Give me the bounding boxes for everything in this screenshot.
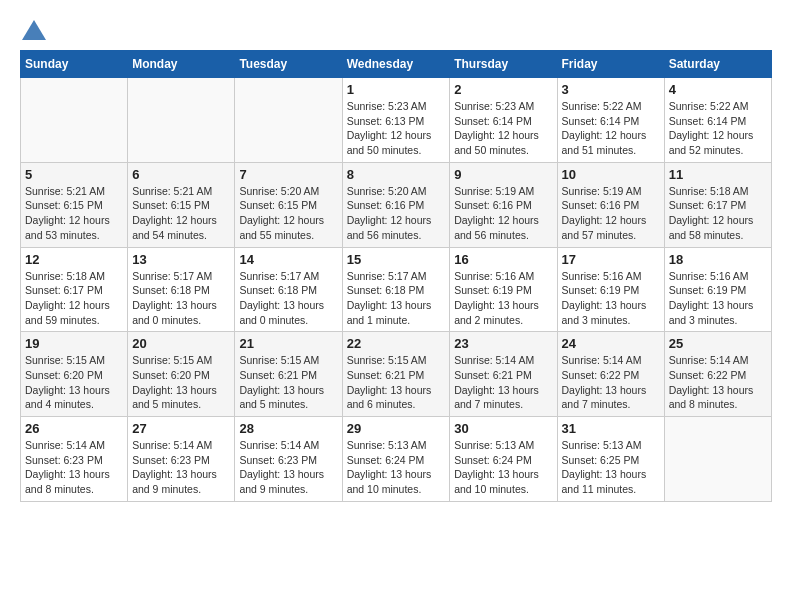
day-number: 14 — [239, 252, 337, 267]
calendar-cell — [664, 417, 771, 502]
calendar-cell: 6Sunrise: 5:21 AM Sunset: 6:15 PM Daylig… — [128, 162, 235, 247]
day-number: 2 — [454, 82, 552, 97]
day-number: 31 — [562, 421, 660, 436]
day-info: Sunrise: 5:19 AM Sunset: 6:16 PM Dayligh… — [562, 184, 660, 243]
day-info: Sunrise: 5:22 AM Sunset: 6:14 PM Dayligh… — [562, 99, 660, 158]
day-info: Sunrise: 5:18 AM Sunset: 6:17 PM Dayligh… — [669, 184, 767, 243]
calendar-week-row: 19Sunrise: 5:15 AM Sunset: 6:20 PM Dayli… — [21, 332, 772, 417]
day-number: 4 — [669, 82, 767, 97]
day-number: 28 — [239, 421, 337, 436]
day-number: 6 — [132, 167, 230, 182]
day-number: 1 — [347, 82, 446, 97]
calendar-cell: 15Sunrise: 5:17 AM Sunset: 6:18 PM Dayli… — [342, 247, 450, 332]
calendar-cell: 10Sunrise: 5:19 AM Sunset: 6:16 PM Dayli… — [557, 162, 664, 247]
day-info: Sunrise: 5:14 AM Sunset: 6:23 PM Dayligh… — [132, 438, 230, 497]
calendar-cell: 27Sunrise: 5:14 AM Sunset: 6:23 PM Dayli… — [128, 417, 235, 502]
weekday-header-tuesday: Tuesday — [235, 51, 342, 78]
calendar-cell: 5Sunrise: 5:21 AM Sunset: 6:15 PM Daylig… — [21, 162, 128, 247]
day-number: 26 — [25, 421, 123, 436]
day-info: Sunrise: 5:15 AM Sunset: 6:20 PM Dayligh… — [25, 353, 123, 412]
calendar-cell: 4Sunrise: 5:22 AM Sunset: 6:14 PM Daylig… — [664, 78, 771, 163]
day-info: Sunrise: 5:14 AM Sunset: 6:23 PM Dayligh… — [25, 438, 123, 497]
day-info: Sunrise: 5:16 AM Sunset: 6:19 PM Dayligh… — [669, 269, 767, 328]
calendar-cell — [21, 78, 128, 163]
weekday-header-sunday: Sunday — [21, 51, 128, 78]
calendar-cell: 17Sunrise: 5:16 AM Sunset: 6:19 PM Dayli… — [557, 247, 664, 332]
day-info: Sunrise: 5:23 AM Sunset: 6:13 PM Dayligh… — [347, 99, 446, 158]
calendar-week-row: 5Sunrise: 5:21 AM Sunset: 6:15 PM Daylig… — [21, 162, 772, 247]
day-info: Sunrise: 5:17 AM Sunset: 6:18 PM Dayligh… — [347, 269, 446, 328]
calendar-cell: 26Sunrise: 5:14 AM Sunset: 6:23 PM Dayli… — [21, 417, 128, 502]
calendar-table: SundayMondayTuesdayWednesdayThursdayFrid… — [20, 50, 772, 502]
day-number: 20 — [132, 336, 230, 351]
day-info: Sunrise: 5:20 AM Sunset: 6:15 PM Dayligh… — [239, 184, 337, 243]
weekday-header-saturday: Saturday — [664, 51, 771, 78]
calendar-cell: 23Sunrise: 5:14 AM Sunset: 6:21 PM Dayli… — [450, 332, 557, 417]
calendar-cell: 19Sunrise: 5:15 AM Sunset: 6:20 PM Dayli… — [21, 332, 128, 417]
calendar-cell: 30Sunrise: 5:13 AM Sunset: 6:24 PM Dayli… — [450, 417, 557, 502]
day-info: Sunrise: 5:14 AM Sunset: 6:23 PM Dayligh… — [239, 438, 337, 497]
calendar-cell: 16Sunrise: 5:16 AM Sunset: 6:19 PM Dayli… — [450, 247, 557, 332]
calendar-cell: 31Sunrise: 5:13 AM Sunset: 6:25 PM Dayli… — [557, 417, 664, 502]
calendar-cell: 14Sunrise: 5:17 AM Sunset: 6:18 PM Dayli… — [235, 247, 342, 332]
day-number: 30 — [454, 421, 552, 436]
day-number: 29 — [347, 421, 446, 436]
day-number: 17 — [562, 252, 660, 267]
calendar-header-row: SundayMondayTuesdayWednesdayThursdayFrid… — [21, 51, 772, 78]
day-info: Sunrise: 5:15 AM Sunset: 6:21 PM Dayligh… — [239, 353, 337, 412]
calendar-cell: 18Sunrise: 5:16 AM Sunset: 6:19 PM Dayli… — [664, 247, 771, 332]
day-info: Sunrise: 5:16 AM Sunset: 6:19 PM Dayligh… — [454, 269, 552, 328]
day-number: 21 — [239, 336, 337, 351]
calendar-cell — [128, 78, 235, 163]
day-number: 24 — [562, 336, 660, 351]
day-info: Sunrise: 5:21 AM Sunset: 6:15 PM Dayligh… — [132, 184, 230, 243]
day-info: Sunrise: 5:13 AM Sunset: 6:25 PM Dayligh… — [562, 438, 660, 497]
day-number: 13 — [132, 252, 230, 267]
day-number: 15 — [347, 252, 446, 267]
day-info: Sunrise: 5:14 AM Sunset: 6:22 PM Dayligh… — [562, 353, 660, 412]
day-info: Sunrise: 5:13 AM Sunset: 6:24 PM Dayligh… — [347, 438, 446, 497]
day-number: 10 — [562, 167, 660, 182]
calendar-cell: 20Sunrise: 5:15 AM Sunset: 6:20 PM Dayli… — [128, 332, 235, 417]
calendar-week-row: 12Sunrise: 5:18 AM Sunset: 6:17 PM Dayli… — [21, 247, 772, 332]
day-number: 5 — [25, 167, 123, 182]
calendar-cell: 12Sunrise: 5:18 AM Sunset: 6:17 PM Dayli… — [21, 247, 128, 332]
day-number: 19 — [25, 336, 123, 351]
day-info: Sunrise: 5:22 AM Sunset: 6:14 PM Dayligh… — [669, 99, 767, 158]
day-number: 22 — [347, 336, 446, 351]
day-number: 9 — [454, 167, 552, 182]
calendar-cell: 2Sunrise: 5:23 AM Sunset: 6:14 PM Daylig… — [450, 78, 557, 163]
day-info: Sunrise: 5:16 AM Sunset: 6:19 PM Dayligh… — [562, 269, 660, 328]
logo — [20, 20, 46, 40]
day-info: Sunrise: 5:14 AM Sunset: 6:22 PM Dayligh… — [669, 353, 767, 412]
day-number: 23 — [454, 336, 552, 351]
day-info: Sunrise: 5:14 AM Sunset: 6:21 PM Dayligh… — [454, 353, 552, 412]
day-number: 16 — [454, 252, 552, 267]
calendar-cell: 24Sunrise: 5:14 AM Sunset: 6:22 PM Dayli… — [557, 332, 664, 417]
weekday-header-thursday: Thursday — [450, 51, 557, 78]
calendar-cell: 25Sunrise: 5:14 AM Sunset: 6:22 PM Dayli… — [664, 332, 771, 417]
calendar-cell: 28Sunrise: 5:14 AM Sunset: 6:23 PM Dayli… — [235, 417, 342, 502]
day-number: 18 — [669, 252, 767, 267]
day-info: Sunrise: 5:17 AM Sunset: 6:18 PM Dayligh… — [239, 269, 337, 328]
logo-icon — [22, 20, 46, 40]
day-number: 12 — [25, 252, 123, 267]
weekday-header-monday: Monday — [128, 51, 235, 78]
day-info: Sunrise: 5:17 AM Sunset: 6:18 PM Dayligh… — [132, 269, 230, 328]
calendar-cell: 13Sunrise: 5:17 AM Sunset: 6:18 PM Dayli… — [128, 247, 235, 332]
day-info: Sunrise: 5:19 AM Sunset: 6:16 PM Dayligh… — [454, 184, 552, 243]
day-info: Sunrise: 5:21 AM Sunset: 6:15 PM Dayligh… — [25, 184, 123, 243]
calendar-cell: 1Sunrise: 5:23 AM Sunset: 6:13 PM Daylig… — [342, 78, 450, 163]
weekday-header-friday: Friday — [557, 51, 664, 78]
day-number: 25 — [669, 336, 767, 351]
calendar-cell: 8Sunrise: 5:20 AM Sunset: 6:16 PM Daylig… — [342, 162, 450, 247]
calendar-cell — [235, 78, 342, 163]
day-info: Sunrise: 5:15 AM Sunset: 6:21 PM Dayligh… — [347, 353, 446, 412]
calendar-cell: 9Sunrise: 5:19 AM Sunset: 6:16 PM Daylig… — [450, 162, 557, 247]
calendar-cell: 7Sunrise: 5:20 AM Sunset: 6:15 PM Daylig… — [235, 162, 342, 247]
page-header — [20, 20, 772, 40]
day-number: 11 — [669, 167, 767, 182]
day-number: 7 — [239, 167, 337, 182]
weekday-header-wednesday: Wednesday — [342, 51, 450, 78]
calendar-week-row: 1Sunrise: 5:23 AM Sunset: 6:13 PM Daylig… — [21, 78, 772, 163]
